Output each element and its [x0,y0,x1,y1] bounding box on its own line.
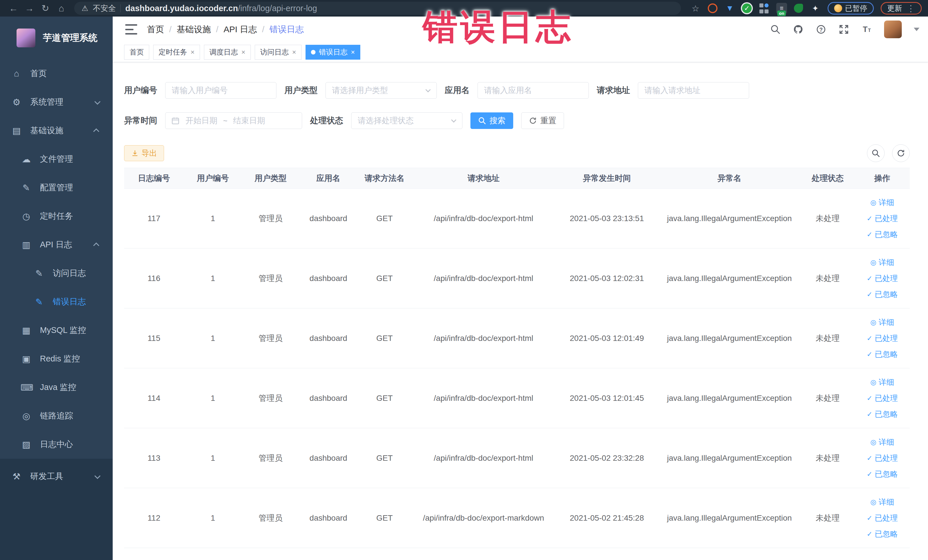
user-avatar[interactable] [884,21,902,38]
breadcrumb-item-1[interactable]: 基础设施 [177,24,211,35]
processed-link[interactable]: ✓已处理 [867,513,898,523]
action-label: 已处理 [875,453,898,463]
user-id-input[interactable] [165,82,276,99]
dev-tools-label: 研发工具 [30,471,63,482]
refresh-table-button[interactable] [892,144,910,162]
date-range-picker[interactable]: 开始日期 ~ 结束日期 [165,112,302,129]
close-tab-icon[interactable]: × [191,49,195,56]
detail-link[interactable]: ◎详细 [870,257,894,268]
reset-button[interactable]: 重置 [521,112,564,129]
start-date-placeholder[interactable]: 开始日期 [185,115,217,126]
edit-icon: ✎ [21,183,32,193]
close-tab-icon[interactable]: × [292,49,296,56]
sidebar-item-home[interactable]: ⌂首页 [0,60,113,88]
reload-icon[interactable]: ↻ [38,2,52,15]
sidebar-item-log-center[interactable]: ▨日志中心 [0,430,113,459]
cell-user-id: 1 [184,189,242,249]
detail-link[interactable]: ◎详细 [870,437,894,447]
sidebar-item-system-mgmt[interactable]: ⚙系统管理 [0,88,113,116]
chrome-home-icon[interactable]: ⌂ [54,2,69,15]
tab-access-log[interactable]: 访问日志× [255,45,302,60]
detail-link[interactable]: ◎详细 [870,377,894,388]
search-button[interactable]: 搜索 [470,112,513,129]
tab-label: 定时任务 [159,47,187,57]
breadcrumb-item-2[interactable]: API 日志 [224,24,257,35]
processed-link[interactable]: ✓已处理 [867,393,898,403]
search-icon[interactable] [770,24,781,35]
column-header-1: 用户编号 [184,168,242,189]
sidebar-item-api-log[interactable]: ▥API 日志 [0,230,113,259]
request-url-input[interactable] [638,82,749,99]
detail-link[interactable]: ◎详细 [870,317,894,328]
paused-pill[interactable]: 已暂停 [827,2,874,15]
processed-link[interactable]: ✓已处理 [867,453,898,463]
cell-time: 2021-05-03 23:13:51 [556,189,658,249]
fullscreen-icon[interactable] [838,24,849,35]
extension-orange-icon[interactable] [708,3,717,13]
ignored-link[interactable]: ✓已忽略 [867,409,898,420]
font-size-icon[interactable]: TT [861,24,872,35]
ignored-link[interactable]: ✓已忽略 [867,289,898,299]
sidebar-item-infrastructure[interactable]: ▤基础设施 [0,116,113,145]
processed-link[interactable]: ✓已处理 [867,333,898,343]
action-label: 详细 [879,197,894,208]
sidebar-item-file-mgmt[interactable]: ☁文件管理 [0,145,113,174]
address-bar[interactable]: ⚠ 不安全 dashboard.yudao.iocoder.cn/infra/l… [74,2,681,15]
github-icon[interactable] [793,24,804,35]
back-icon[interactable]: ← [6,2,21,15]
user-type-select[interactable] [325,82,437,99]
detail-link[interactable]: ◎详细 [870,497,894,507]
extension-check-icon[interactable]: ✓ [742,3,752,13]
detail-link[interactable]: ◎详细 [870,197,894,208]
sidebar-item-error-log[interactable]: ✎错误日志 [0,288,113,316]
close-tab-icon[interactable]: × [351,49,355,56]
processed-link[interactable]: ✓已处理 [867,273,898,284]
page-url[interactable]: dashboard.yudao.iocoder.cn/infra/log/api… [125,4,317,13]
export-button[interactable]: 导出 [124,145,164,161]
breadcrumb-item-0[interactable]: 首页 [147,24,164,35]
sidebar-logo-row[interactable]: 芋道管理系统 [0,17,113,60]
hide-search-button[interactable] [867,144,885,162]
tab-error-log[interactable]: 错误日志× [305,45,360,60]
kebab-menu-icon[interactable]: ⋮ [907,3,915,14]
hamburger-icon[interactable] [125,24,137,35]
refresh-icon [529,117,537,125]
security-label[interactable]: 不安全 [93,3,116,14]
avatar-dropdown-caret-icon[interactable] [914,27,919,31]
ignored-link[interactable]: ✓已忽略 [867,469,898,479]
sidebar-item-config-mgmt[interactable]: ✎配置管理 [0,174,113,202]
chevron-down-icon [95,473,101,479]
browser-chrome: ← → ↻ ⌂ ⚠ 不安全 dashboard.yudao.iocoder.cn… [0,0,928,17]
sidebar-item-mysql-monitor[interactable]: ▦MySQL 监控 [0,316,113,345]
chevron-up-icon [93,128,99,134]
extensions-puzzle-icon[interactable]: ✦ [810,3,821,14]
sidebar-item-scheduled-jobs[interactable]: ◷定时任务 [0,202,113,230]
processed-link[interactable]: ✓已处理 [867,214,898,224]
sidebar-item-redis-monitor[interactable]: ▣Redis 监控 [0,345,113,373]
extension-on-icon[interactable]: ≡on [776,3,787,14]
sidebar-item-dev-tools[interactable]: ⚒研发工具 [0,462,113,491]
app-name-input[interactable] [478,82,589,99]
update-button[interactable]: 更新⋮ [881,2,922,15]
extension-leaf-icon[interactable] [794,4,803,13]
close-tab-icon[interactable]: × [241,49,245,56]
ignored-link[interactable]: ✓已忽略 [867,349,898,359]
extension-grid-icon[interactable] [759,3,769,14]
check-icon: ✓ [867,230,872,238]
forward-icon[interactable]: → [22,2,37,15]
bookmark-star-icon[interactable]: ☆ [690,3,701,14]
extension-shield-icon[interactable]: ▼ [724,3,735,14]
process-status-select-input[interactable] [351,112,462,129]
help-icon[interactable]: ? [816,24,826,35]
user-type-select-input[interactable] [325,82,437,99]
tab-job[interactable]: 定时任务× [153,45,200,60]
sidebar-item-java-monitor[interactable]: ⌨Java 监控 [0,373,113,402]
tab-home[interactable]: 首页 [124,45,149,60]
sidebar-item-access-log[interactable]: ✎访问日志 [0,259,113,288]
tab-job-log[interactable]: 调度日志× [204,45,251,60]
end-date-placeholder[interactable]: 结束日期 [233,115,265,126]
process-status-select[interactable] [351,112,462,129]
sidebar-item-trace[interactable]: ◎链路追踪 [0,402,113,430]
ignored-link[interactable]: ✓已忽略 [867,229,898,240]
ignored-link[interactable]: ✓已忽略 [867,529,898,539]
